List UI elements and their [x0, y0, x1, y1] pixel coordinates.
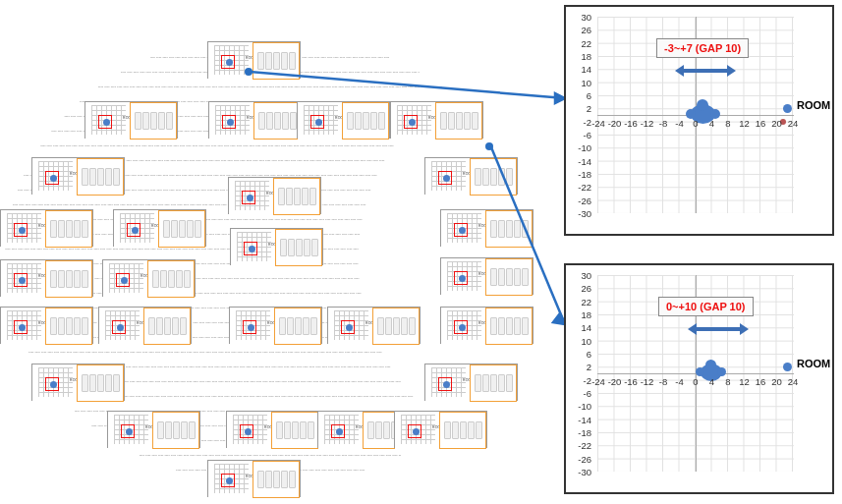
sensor-minichart: ROOM [207, 460, 301, 497]
histogram-cells [485, 308, 533, 345]
mini-cluster [459, 324, 466, 331]
detail-chart-bottom: 0~+10 (GAP 10) ROOM 30262218141062-2-6-1… [564, 263, 834, 494]
bg-dash-row: ---- ---- ---- ---- ---- ---- ---- ---- … [98, 84, 442, 88]
mini-cluster [249, 246, 255, 252]
histogram-cells [485, 210, 533, 248]
mini-cluster [409, 119, 416, 126]
mini-scatter: ROOM [318, 412, 363, 449]
bg-dash-row: ---- ---- ---- ---- ---- ---- ---- ---- … [28, 349, 512, 354]
y-tick-label: 10 [570, 78, 591, 88]
histogram-cells [439, 412, 486, 449]
y-tick-label: -26 [570, 454, 591, 465]
histogram-cells [435, 102, 482, 140]
histogram-cells [253, 461, 300, 498]
mini-scatter: ROOM [99, 308, 143, 345]
sensor-minichart: ROOM [440, 209, 533, 247]
y-tick-label: 6 [570, 349, 591, 360]
mini-cluster [443, 175, 450, 182]
sensor-minichart: ROOM [424, 364, 518, 401]
sensor-minichart: ROOM [31, 364, 125, 401]
mini-cluster [132, 227, 139, 234]
mini-cluster [247, 195, 253, 201]
mini-cluster [126, 428, 133, 435]
histogram-cells [342, 102, 389, 140]
mini-cluster [50, 175, 57, 182]
mini-scatter: ROOM [209, 102, 253, 140]
room-point [783, 363, 792, 371]
histogram-cells [470, 364, 517, 402]
mini-cluster [248, 324, 254, 331]
mini-cluster [50, 381, 57, 388]
mini-cluster [19, 324, 26, 331]
range-arrow [695, 327, 742, 331]
leader-origin-top [245, 68, 253, 76]
mini-scatter: ROOM [441, 308, 485, 345]
mini-scatter: ROOM [229, 178, 273, 215]
y-tick-label: -6 [570, 388, 591, 399]
mini-cluster [459, 275, 466, 282]
y-tick-label: 30 [570, 12, 591, 23]
mini-cluster [19, 227, 26, 234]
y-tick-label: -18 [570, 169, 591, 180]
histogram-cells [372, 308, 420, 345]
histogram-cells [271, 412, 318, 449]
histogram-cells [45, 260, 92, 298]
y-tick-label: 6 [570, 90, 591, 101]
mini-scatter: ROOM [231, 229, 275, 266]
histogram-cells [143, 308, 191, 345]
sensor-minichart: ROOM [228, 177, 321, 214]
y-tick-label: -26 [570, 196, 591, 206]
mini-cluster [226, 59, 233, 66]
sensor-minichart: ROOM [440, 257, 533, 295]
mini-cluster [121, 277, 128, 284]
histogram-cells [77, 158, 124, 196]
histogram-cells [470, 158, 517, 196]
y-tick-label: -22 [570, 182, 591, 193]
y-tick-label: 2 [570, 103, 591, 114]
y-tick-label: -14 [570, 156, 591, 167]
y-tick-label: -30 [570, 208, 591, 219]
x-tick-label: 24 [783, 376, 803, 387]
histogram-cells [152, 412, 199, 449]
y-tick-label: -10 [570, 401, 591, 412]
mini-cluster [315, 119, 322, 126]
histogram-cells [253, 42, 300, 80]
bg-dash-row: ---- ---- ---- ---- ---- ---- ---- ---- … [40, 142, 500, 147]
sensor-minichart: ROOM [0, 209, 93, 247]
y-tick-label: 14 [570, 322, 591, 333]
sensor-minichart: ROOM [31, 157, 125, 195]
sensor-minichart: ROOM [98, 307, 192, 344]
mini-cluster [336, 428, 343, 435]
y-tick-label: 26 [570, 25, 591, 35]
mini-scatter: ROOM [227, 412, 271, 449]
y-tick-label: 10 [570, 336, 591, 347]
y-tick-label: -18 [570, 427, 591, 438]
sensor-minichart: ROOM [230, 228, 323, 265]
y-tick-label: 22 [570, 38, 591, 49]
mini-scatter: ROOM [230, 308, 274, 345]
histogram-cells [45, 210, 92, 248]
histogram-cells [147, 260, 195, 298]
sensor-minichart: ROOM [424, 157, 518, 195]
mini-cluster [227, 119, 234, 126]
mini-scatter: ROOM [1, 308, 45, 345]
leader-origin-bottom [485, 142, 493, 150]
mini-scatter: ROOM [425, 364, 470, 402]
mini-cluster [443, 381, 450, 388]
histogram-cells [275, 229, 322, 266]
detail-chart-top: -3~+7 (GAP 10) ROOM 30262218141062-2-6-1… [564, 5, 834, 236]
gap-label-box: -3~+7 (GAP 10) [656, 38, 749, 58]
histogram-cells [158, 210, 205, 248]
sensor-minichart: ROOM [229, 307, 322, 344]
y-tick-label: 26 [570, 283, 591, 294]
y-tick-label: -10 [570, 142, 591, 153]
sensor-minichart: ROOM [0, 259, 93, 297]
sensor-minichart: ROOM [208, 101, 302, 139]
y-tick-label: 2 [570, 362, 591, 372]
mini-scatter: ROOM [85, 102, 130, 140]
histogram-cells [45, 308, 92, 345]
sensor-minichart: ROOM [297, 101, 390, 139]
histogram-cells [253, 102, 301, 140]
y-tick-label: 18 [570, 51, 591, 62]
mini-scatter: ROOM [32, 158, 77, 196]
